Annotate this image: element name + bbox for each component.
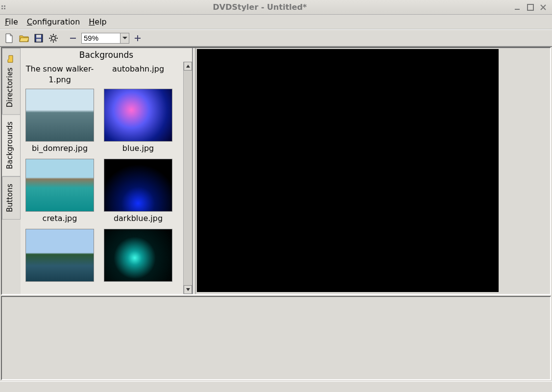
backgrounds-panel: Backgrounds The snow walker-1.png autoba…: [21, 48, 193, 294]
window-title: DVDStyler - Untitled*: [7, 2, 513, 12]
canvas-area: [196, 48, 550, 294]
tab-buttons[interactable]: Buttons: [2, 176, 21, 220]
zoom-out-button[interactable]: [67, 32, 79, 45]
thumbnail[interactable]: [104, 229, 172, 282]
settings-button[interactable]: [47, 32, 60, 45]
svg-rect-0: [515, 9, 520, 10]
maximize-button[interactable]: [526, 3, 535, 12]
tab-backgrounds[interactable]: Backgrounds: [2, 114, 21, 176]
status-bar: [0, 381, 552, 392]
scroll-up-button[interactable]: [184, 62, 192, 71]
side-tabstrip: Directories Backgrounds Buttons: [2, 48, 21, 294]
window-grip: [0, 4, 7, 11]
list-item[interactable]: [24, 229, 96, 282]
titlebar: DVDStyler - Untitled*: [0, 0, 552, 15]
timeline-panel[interactable]: [1, 296, 551, 380]
main-area: Directories Backgrounds Buttons Backgrou…: [1, 47, 551, 295]
tab-label: Backgrounds: [5, 122, 14, 169]
svg-rect-3: [36, 35, 41, 38]
thumb-label: darkblue.jpg: [114, 214, 163, 223]
list-item[interactable]: darkblue.jpg: [102, 159, 174, 223]
scrollbar[interactable]: [183, 62, 192, 294]
svg-line-13: [50, 40, 51, 41]
folder-icon: [6, 55, 13, 63]
menu-configuration[interactable]: Configuration: [27, 17, 80, 26]
chevron-up-icon: [186, 65, 190, 68]
tab-directories[interactable]: Directories: [2, 48, 21, 115]
svg-line-10: [50, 35, 51, 36]
thumbnail[interactable]: [25, 89, 94, 142]
open-button[interactable]: [18, 32, 30, 45]
svg-rect-1: [528, 4, 533, 10]
thumbnail[interactable]: [25, 229, 94, 282]
toolbar: [0, 29, 552, 47]
gear-icon: [49, 34, 58, 43]
menu-file[interactable]: File: [5, 17, 18, 26]
tab-label: Directories: [5, 68, 14, 107]
svg-line-11: [55, 40, 56, 41]
thumbnail-list: The snow walker-1.png autobahn.jpg bi_do…: [21, 62, 183, 294]
scroll-down-button[interactable]: [184, 285, 192, 294]
close-button[interactable]: [538, 3, 548, 12]
minimize-button[interactable]: [513, 3, 523, 12]
thumb-label: creta.jpg: [43, 214, 77, 223]
thumb-label[interactable]: autobahn.jpg: [102, 64, 174, 89]
chevron-down-icon: [186, 288, 190, 291]
svg-line-12: [55, 35, 56, 36]
chevron-down-icon: [122, 37, 127, 40]
svg-point-5: [51, 36, 55, 40]
list-item[interactable]: blue.jpg: [102, 89, 174, 153]
save-button[interactable]: [32, 32, 45, 45]
new-file-icon: [5, 33, 14, 43]
menubar: File Configuration Help: [0, 15, 552, 29]
thumb-label: blue.jpg: [122, 144, 154, 153]
menu-help[interactable]: Help: [89, 17, 106, 26]
thumbnail[interactable]: [104, 159, 172, 212]
svg-rect-14: [70, 38, 76, 39]
thumb-label: bi_domrep.jpg: [32, 144, 88, 153]
zoom-input[interactable]: [81, 33, 120, 44]
zoom-combo[interactable]: [81, 33, 129, 44]
minus-icon: [69, 34, 77, 42]
list-item[interactable]: [102, 229, 174, 282]
scroll-track[interactable]: [184, 71, 192, 217]
tab-label: Buttons: [5, 184, 14, 212]
svg-rect-16: [135, 38, 141, 39]
panel-title: Backgrounds: [21, 48, 192, 62]
thumb-label[interactable]: The snow walker-1.png: [24, 64, 96, 89]
svg-rect-4: [36, 39, 41, 42]
list-item[interactable]: bi_domrep.jpg: [24, 89, 96, 153]
save-disk-icon: [34, 34, 43, 43]
zoom-in-button[interactable]: [131, 32, 144, 45]
zoom-dropdown-button[interactable]: [120, 33, 129, 44]
menu-preview[interactable]: [197, 49, 499, 292]
new-button[interactable]: [3, 32, 16, 45]
plus-icon: [134, 34, 142, 42]
thumbnail[interactable]: [104, 89, 172, 142]
scroll-track[interactable]: [184, 217, 192, 285]
list-item[interactable]: creta.jpg: [24, 159, 96, 223]
thumbnail[interactable]: [25, 159, 94, 212]
open-folder-icon: [19, 34, 29, 43]
